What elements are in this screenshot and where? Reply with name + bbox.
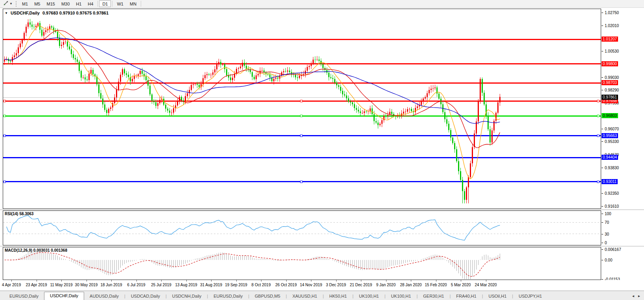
- timeframe-button-m15[interactable]: M15: [43, 0, 58, 7]
- timeframe-button-h1[interactable]: H1: [73, 0, 85, 7]
- date-axis-label: 3 Dec 2019: [326, 283, 346, 287]
- candle-body: [315, 60, 316, 60]
- rsi-axis[interactable]: 10070300: [602, 210, 644, 246]
- candle-body: [316, 60, 318, 60]
- candle-body: [145, 77, 147, 80]
- candle-body: [472, 147, 473, 163]
- chart-tab-eurusd-daily[interactable]: EURUSD,Daily: [208, 293, 248, 300]
- price-chart-plot[interactable]: [3, 9, 601, 209]
- chart-tab-audusd-daily[interactable]: AUDUSD,Daily: [84, 293, 124, 300]
- rsi-plot[interactable]: [3, 210, 601, 245]
- chart-tab-xauusd-h1[interactable]: XAUUSD,H1: [287, 293, 323, 300]
- candle-body: [468, 177, 469, 187]
- candle-body: [149, 86, 151, 94]
- symbol-dropdown-icon[interactable]: ▼: [5, 11, 8, 15]
- candle-body: [86, 79, 88, 80]
- macd-plot[interactable]: [3, 247, 601, 280]
- chart-tab-usdcad-daily[interactable]: USDCAD,Daily: [125, 293, 166, 300]
- candle-body: [403, 112, 404, 113]
- chart-tab-usdcnh-daily[interactable]: USDCNH,Daily: [167, 293, 207, 300]
- candle-body: [197, 84, 198, 85]
- price-level-badge: 0.98703: [602, 80, 618, 85]
- candle-body: [110, 108, 111, 109]
- candle-body: [65, 42, 66, 42]
- candle-body: [33, 27, 35, 27]
- date-axis[interactable]: 4 Apr 201923 Apr 201911 May 201930 May 2…: [0, 280, 644, 291]
- candle-body: [446, 119, 447, 124]
- candle-body: [497, 102, 499, 113]
- candle-body: [372, 108, 373, 114]
- candle-body: [37, 23, 39, 26]
- chart-tools-button[interactable]: ▼: [2, 0, 14, 7]
- chart-tab-usdchf-daily[interactable]: USDCHF,Daily: [44, 292, 84, 300]
- tab-scroll-left-icon[interactable]: ◂: [632, 294, 634, 298]
- timeframe-button-mn[interactable]: MN: [127, 0, 140, 7]
- chart-tab-gbpusd-m5[interactable]: GBPUSD,M5: [249, 293, 286, 300]
- candle-body: [307, 67, 308, 71]
- candle-body: [491, 130, 493, 143]
- timeframe-button-h4[interactable]: H4: [85, 0, 96, 7]
- candle-body: [350, 102, 351, 102]
- timeframe-button-m30[interactable]: M30: [58, 0, 73, 7]
- mt4-window: ▼ M1M5M15M30H1H4D1W1MN ▼ USDCHF,Daily 0.…: [0, 0, 644, 300]
- date-axis-label: 11 May 2019: [50, 283, 72, 287]
- candle-body: [206, 74, 208, 75]
- date-axis-label: 31 Aug 2019: [200, 283, 222, 287]
- candle-body: [153, 101, 155, 102]
- price-axis-label: 0.95330: [602, 139, 619, 144]
- date-axis-label: 28 Jan 2020: [400, 283, 421, 287]
- date-tick: [311, 280, 311, 282]
- candle-body: [16, 53, 17, 55]
- timeframe-button-d1[interactable]: D1: [99, 0, 111, 7]
- chart-tab-uk100-h1[interactable]: UK100,H1: [386, 293, 417, 300]
- date-axis-label: 23 Apr 2019: [26, 283, 47, 287]
- hline-handle: [300, 100, 302, 102]
- chart-tab-usdjpy-h1[interactable]: USDJPY,H1: [513, 293, 547, 300]
- tab-scroll-right-icon[interactable]: ▸: [638, 294, 640, 298]
- candle-body: [20, 44, 21, 48]
- candle-body: [171, 113, 172, 113]
- candle-body: [159, 100, 160, 103]
- chart-tab-uk100-h1[interactable]: UK100,H1: [353, 293, 385, 300]
- candle-body: [383, 116, 385, 120]
- timeframe-button-w1[interactable]: W1: [114, 0, 127, 7]
- candle-body: [242, 63, 243, 67]
- date-axis-label: 30 May 2019: [75, 283, 98, 287]
- candle-body: [391, 112, 392, 114]
- date-tick: [11, 280, 12, 282]
- candle-body: [88, 73, 90, 80]
- candle-body: [464, 191, 465, 200]
- chart-tab-usoil-h1[interactable]: USOil,H1: [483, 293, 512, 300]
- timeframe-button-m1[interactable]: M1: [19, 0, 31, 7]
- candle-body: [269, 75, 270, 78]
- candle-body: [208, 74, 210, 75]
- candle-body: [256, 75, 257, 79]
- price-axis-label: 0.99030: [602, 75, 619, 80]
- candle-body: [379, 124, 381, 125]
- candle-body: [92, 70, 94, 74]
- candle-body: [108, 109, 109, 113]
- candle-body: [24, 33, 25, 40]
- chart-tab-fra40-h1[interactable]: FRA40,H1: [451, 293, 482, 300]
- candle-body: [79, 62, 80, 71]
- toolbar-separator: [141, 1, 141, 7]
- candle-body: [432, 88, 434, 89]
- chart-tab-ger30-h1[interactable]: GER30,H1: [418, 293, 449, 300]
- macd-axis[interactable]: 0.0061670.00-0.01153: [602, 247, 644, 280]
- chart-title: ▼ USDCHF,Daily 0.97683 0.97910 0.97675 0…: [5, 11, 109, 15]
- date-tick: [161, 280, 162, 282]
- chart-tab-hk50-h1[interactable]: HK50,H1: [324, 293, 352, 300]
- price-axis[interactable]: 1.027501.020101.005300.990300.982900.975…: [602, 8, 644, 209]
- timeframe-button-m5[interactable]: M5: [31, 0, 43, 7]
- chart-tab-eurusd-daily[interactable]: EURUSD,Daily: [4, 293, 44, 300]
- candle-body: [90, 70, 92, 74]
- candle-body: [210, 75, 212, 75]
- candle-body: [85, 77, 86, 79]
- candle-body: [212, 72, 213, 75]
- candle-body: [59, 38, 60, 46]
- candle-body: [460, 171, 461, 180]
- candle-body: [265, 73, 267, 74]
- toolbar-grip-handle[interactable]: [16, 1, 17, 7]
- date-axis-label: 15 Feb 2020: [425, 283, 447, 287]
- candle-body: [252, 72, 253, 77]
